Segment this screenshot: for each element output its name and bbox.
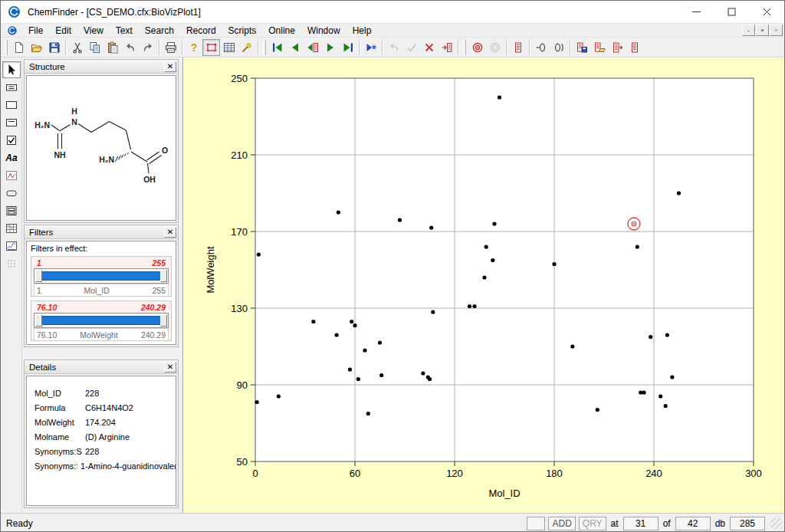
data-point[interactable]: [484, 245, 488, 248]
data-point[interactable]: [366, 412, 370, 415]
open-list-button[interactable]: [590, 39, 608, 56]
data-point[interactable]: [596, 408, 599, 412]
data-point[interactable]: [677, 191, 681, 195]
data-point[interactable]: [277, 394, 281, 398]
data-point[interactable]: [665, 333, 669, 337]
undo-button[interactable]: [121, 39, 139, 56]
table-tool-button[interactable]: [2, 220, 21, 237]
molid-slider-right-handle[interactable]: [160, 270, 167, 282]
details-panel-header[interactable]: Details ✕: [25, 360, 178, 374]
pointer-tool-button[interactable]: [2, 61, 21, 78]
data-point[interactable]: [429, 225, 433, 229]
molweight-slider-track[interactable]: [42, 316, 160, 325]
data-point[interactable]: [348, 367, 352, 371]
data-point[interactable]: [255, 400, 259, 404]
data-point[interactable]: [472, 304, 476, 308]
menu-record[interactable]: Record: [180, 25, 222, 38]
redo-button[interactable]: [139, 39, 156, 56]
append-record-button[interactable]: [438, 39, 455, 56]
data-point[interactable]: [337, 210, 340, 214]
retrieve-first-button[interactable]: [532, 39, 550, 56]
new-record-button[interactable]: [362, 39, 379, 56]
frame-tool-button[interactable]: [2, 97, 21, 113]
plot-tool-button[interactable]: [2, 238, 21, 255]
prev-record-button[interactable]: [286, 39, 304, 56]
data-point[interactable]: [468, 304, 471, 308]
commit-record-button[interactable]: [402, 39, 420, 56]
menu-scripts[interactable]: Scripts: [222, 25, 263, 38]
data-point[interactable]: [649, 335, 652, 339]
find-current-button[interactable]: [468, 39, 486, 56]
toolbar-grip[interactable]: [463, 40, 466, 55]
list-view-button[interactable]: [626, 39, 643, 56]
menu-file[interactable]: File: [22, 25, 49, 38]
data-point[interactable]: [431, 310, 435, 314]
select-frame-button[interactable]: [202, 39, 220, 56]
data-point[interactable]: [311, 320, 315, 323]
find-next-button[interactable]: [486, 39, 504, 56]
button-tool-button[interactable]: [2, 185, 21, 202]
data-point[interactable]: [398, 218, 402, 222]
mdi-minimize-button[interactable]: [742, 25, 755, 36]
data-point[interactable]: [636, 245, 639, 248]
subform-tool-button[interactable]: [2, 202, 21, 219]
data-point[interactable]: [379, 373, 383, 377]
molid-slider-left-handle[interactable]: [35, 270, 42, 282]
save-button[interactable]: [45, 39, 63, 56]
data-point[interactable]: [492, 222, 496, 225]
menu-text[interactable]: Text: [110, 25, 139, 38]
molid-slider-track[interactable]: [42, 271, 160, 281]
structure-panel-close-icon[interactable]: ✕: [164, 61, 176, 72]
data-point[interactable]: [257, 252, 261, 256]
last-record-button[interactable]: [339, 39, 356, 56]
cut-button[interactable]: [68, 39, 86, 56]
menu-window[interactable]: Window: [301, 25, 347, 38]
menu-help[interactable]: Help: [347, 25, 378, 38]
minimize-button[interactable]: [678, 1, 714, 23]
open-folder-button[interactable]: [28, 39, 45, 56]
menu-search[interactable]: Search: [139, 25, 180, 38]
maximize-button[interactable]: [714, 1, 749, 23]
data-point[interactable]: [421, 371, 425, 375]
data-point[interactable]: [659, 394, 662, 398]
copy-button[interactable]: [86, 39, 103, 56]
mdi-close-button[interactable]: [770, 25, 783, 36]
filters-panel-close-icon[interactable]: ✕: [164, 227, 176, 238]
data-point[interactable]: [353, 323, 356, 327]
scatter-plot[interactable]: 5090130170210250060120180240300Mol_IDMol…: [183, 57, 785, 513]
data-point[interactable]: [491, 258, 494, 262]
new-document-button[interactable]: [10, 39, 28, 56]
paste-button[interactable]: [103, 39, 121, 56]
retrieve-over-button[interactable]: [550, 39, 567, 56]
print-button[interactable]: [162, 39, 179, 56]
text-tool-button[interactable]: Aa: [2, 149, 21, 166]
data-point[interactable]: [642, 390, 645, 394]
data-point[interactable]: [482, 275, 486, 279]
goto-record-button[interactable]: [304, 39, 321, 56]
molweight-slider-right-handle[interactable]: [160, 314, 167, 327]
details-panel-close-icon[interactable]: ✕: [164, 362, 176, 373]
save-list-button[interactable]: [573, 39, 590, 56]
toolbar-grip[interactable]: [5, 40, 8, 55]
data-point[interactable]: [378, 340, 382, 344]
document-icon[interactable]: [7, 25, 18, 36]
first-record-button[interactable]: [268, 39, 286, 56]
data-table-button[interactable]: [220, 39, 238, 56]
delete-record-button[interactable]: [420, 39, 438, 56]
structure-tool-button[interactable]: [2, 167, 21, 184]
help-button[interactable]: ?: [185, 39, 202, 56]
structure-panel-header[interactable]: Structure ✕: [25, 60, 178, 74]
menu-online[interactable]: Online: [262, 25, 301, 38]
data-point[interactable]: [670, 375, 674, 379]
molid-range-slider[interactable]: [34, 268, 169, 284]
framed-box-tool-button[interactable]: [2, 114, 21, 131]
filters-panel-header[interactable]: Filters ✕: [25, 225, 178, 239]
molweight-slider-left-handle[interactable]: [35, 314, 42, 327]
data-point[interactable]: [428, 377, 432, 381]
next-record-button[interactable]: [321, 39, 339, 56]
wand-button[interactable]: [238, 39, 255, 56]
grip-handle-button[interactable]: [2, 255, 21, 272]
mdi-restore-button[interactable]: [756, 25, 769, 36]
checkbox-tool-button[interactable]: [2, 132, 21, 149]
toolbar-grip[interactable]: [263, 40, 266, 55]
